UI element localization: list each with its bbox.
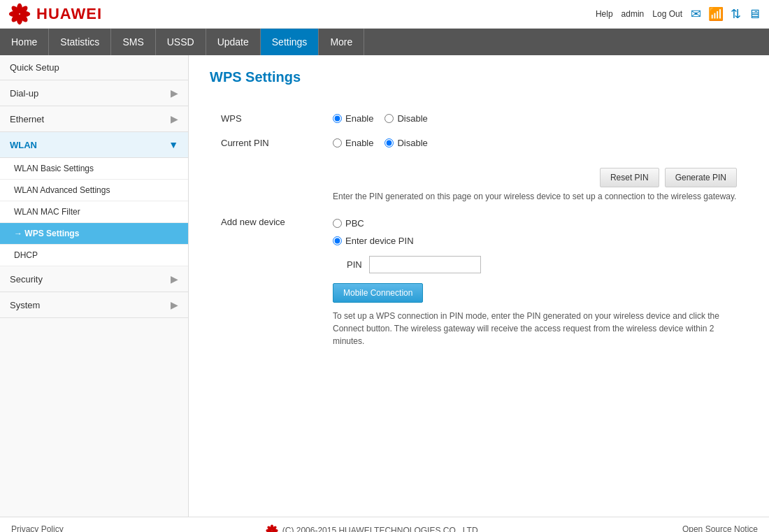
wps-options: Enable Disable	[322, 106, 748, 131]
pin-input[interactable]	[369, 256, 481, 273]
wps-label: WPS	[210, 106, 322, 131]
page-title: WPS Settings	[210, 69, 748, 92]
sidebar-item-quick-setup[interactable]: Quick Setup	[0, 55, 188, 80]
wps-disable-label: Disable	[397, 113, 427, 124]
wps-row: WPS Enable Disable	[210, 106, 748, 131]
brand-name: HUAWEI	[36, 5, 102, 23]
pin-enable-option[interactable]: Enable	[333, 138, 373, 148]
nav-settings[interactable]: Settings	[261, 29, 319, 55]
transfer-icon: ⇅	[731, 6, 741, 22]
pin-hint-text: Enter the PIN generated on this page on …	[333, 190, 737, 203]
signal-icon: 📶	[708, 6, 724, 22]
chevron-down-icon: ▼	[168, 139, 178, 150]
huawei-logo-icon	[8, 3, 31, 25]
pin-buttons-row: Reset PIN Generate PIN Enter the PIN gen…	[210, 155, 748, 210]
footer-huawei-icon	[266, 524, 278, 532]
pin-enable-label: Enable	[345, 138, 373, 148]
wps-enable-label: Enable	[345, 113, 373, 124]
nav-ussd[interactable]: USSD	[156, 29, 206, 55]
add-device-row: Add new device PBC Enter device PIN PIN	[210, 210, 748, 354]
sidebar-item-dialup[interactable]: Dial-up ▶	[0, 80, 188, 106]
nav-statistics[interactable]: Statistics	[49, 29, 111, 55]
current-pin-label: Current PIN	[210, 131, 322, 155]
pin-disable-radio[interactable]	[384, 138, 394, 148]
wps-disable-option[interactable]: Disable	[384, 113, 427, 124]
pbc-option[interactable]: PBC	[333, 218, 737, 229]
brand-area: HUAWEI	[8, 3, 102, 25]
sidebar-item-ethernet[interactable]: Ethernet ▶	[0, 106, 188, 132]
nav-home[interactable]: Home	[0, 29, 49, 55]
chevron-right-icon: ▶	[171, 273, 178, 285]
nav-more[interactable]: More	[319, 29, 364, 55]
nav-update[interactable]: Update	[206, 29, 261, 55]
footer-copyright: (C) 2006-2015 HUAWEI TECHNOLOGIES CO., L…	[266, 524, 480, 532]
nav-bar: Home Statistics SMS USSD Update Settings…	[0, 29, 769, 55]
sidebar-item-wlan-advanced[interactable]: WLAN Advanced Settings	[0, 180, 188, 201]
add-device-label: Add new device	[210, 210, 322, 354]
enter-pin-label: Enter device PIN	[345, 236, 414, 246]
enter-pin-option[interactable]: Enter device PIN	[333, 236, 737, 246]
current-pin-row: Current PIN Enable Disable	[210, 131, 748, 155]
status-icons: ✉ 📶 ⇅ 🖥	[691, 6, 761, 22]
footer: Privacy Policy (C) 2006-2015 HUAWEI TECH…	[0, 517, 769, 532]
nav-sms[interactable]: SMS	[111, 29, 155, 55]
main-layout: Quick Setup Dial-up ▶ Ethernet ▶ WLAN ▼ …	[0, 55, 769, 517]
pin-field-label: PIN	[347, 259, 362, 270]
logout-link[interactable]: Log Out	[652, 9, 682, 19]
chevron-right-icon: ▶	[171, 299, 178, 310]
current-pin-options: Enable Disable	[322, 131, 748, 155]
wps-radio-group: Enable Disable	[333, 113, 737, 124]
help-link[interactable]: Help	[596, 9, 613, 19]
sidebar-item-security[interactable]: Security ▶	[0, 266, 188, 292]
admin-link[interactable]: admin	[621, 9, 645, 19]
pbc-radio[interactable]	[333, 219, 342, 228]
chevron-right-icon: ▶	[171, 87, 178, 99]
current-pin-radio-group: Enable Disable	[333, 138, 737, 148]
user-links: Help admin Log Out ✉ 📶 ⇅ 🖥	[596, 6, 761, 22]
wps-disable-radio[interactable]	[384, 114, 394, 123]
chevron-right-icon: ▶	[171, 113, 178, 124]
wps-enable-radio[interactable]	[333, 114, 342, 123]
email-icon[interactable]: ✉	[691, 6, 701, 22]
copyright-text: (C) 2006-2015 HUAWEI TECHNOLOGIES CO., L…	[282, 526, 480, 532]
enter-pin-radio[interactable]	[333, 236, 342, 245]
open-source-link[interactable]: Open Source Notice	[682, 524, 758, 532]
sidebar-item-wlan-mac[interactable]: WLAN MAC Filter	[0, 201, 188, 223]
generate-pin-button[interactable]: Generate PIN	[665, 168, 737, 187]
add-device-radio-group: PBC Enter device PIN PIN	[333, 218, 737, 273]
pin-disable-option[interactable]: Disable	[384, 138, 427, 148]
sidebar-item-system[interactable]: System ▶	[0, 292, 188, 318]
settings-form: WPS Enable Disable Current	[210, 106, 748, 354]
sidebar-item-dhcp[interactable]: DHCP	[0, 245, 188, 266]
monitor-icon: 🖥	[748, 7, 761, 22]
privacy-policy-link[interactable]: Privacy Policy	[11, 524, 64, 532]
sidebar-item-wps-settings[interactable]: WPS Settings	[0, 223, 188, 245]
pin-button-row: Reset PIN Generate PIN	[333, 168, 737, 187]
pbc-label: PBC	[345, 218, 364, 229]
reset-pin-button[interactable]: Reset PIN	[600, 168, 659, 187]
pin-disable-label: Disable	[397, 138, 427, 148]
content-area: WPS Settings WPS Enable Disable	[189, 55, 769, 517]
pin-enable-radio[interactable]	[333, 138, 342, 148]
add-device-hint-text: To set up a WPS connection in PIN mode, …	[333, 310, 737, 347]
sidebar-item-wlan[interactable]: WLAN ▼	[0, 132, 188, 158]
sidebar-wlan-sub: WLAN Basic Settings WLAN Advanced Settin…	[0, 158, 188, 266]
top-bar: HUAWEI Help admin Log Out ✉ 📶 ⇅ 🖥	[0, 0, 769, 29]
add-device-options: PBC Enter device PIN PIN Mobile Connecti…	[322, 210, 748, 354]
sidebar-item-wlan-basic[interactable]: WLAN Basic Settings	[0, 158, 188, 180]
mobile-connection-button[interactable]: Mobile Connection	[333, 283, 423, 303]
wps-enable-option[interactable]: Enable	[333, 113, 373, 124]
pin-input-row: PIN	[347, 256, 737, 273]
sidebar: Quick Setup Dial-up ▶ Ethernet ▶ WLAN ▼ …	[0, 55, 189, 517]
